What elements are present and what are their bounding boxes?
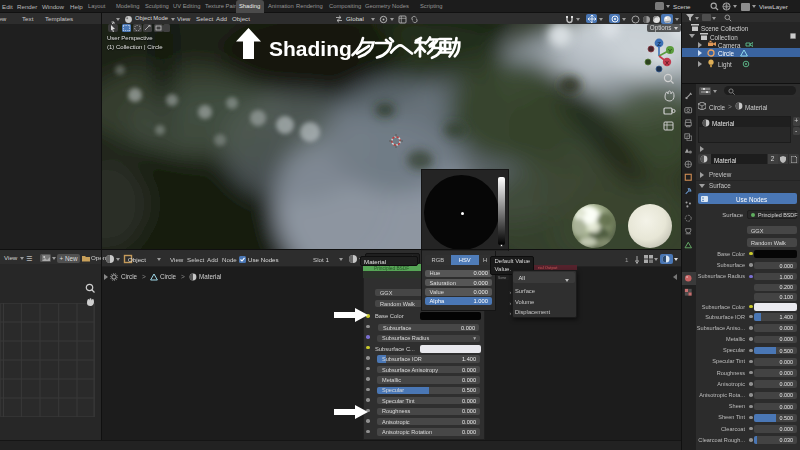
svg-text:Y: Y bbox=[668, 48, 672, 54]
svg-text:X: X bbox=[665, 60, 669, 66]
svg-text:Shading: Shading bbox=[269, 37, 352, 60]
svg-text:Z: Z bbox=[657, 41, 661, 47]
